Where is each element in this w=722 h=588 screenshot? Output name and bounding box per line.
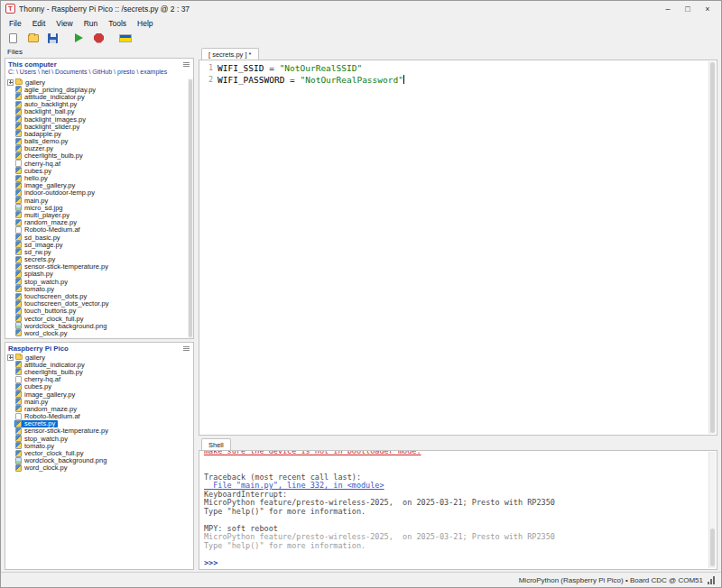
file-icon: [15, 226, 22, 234]
run-script-button[interactable]: [71, 32, 87, 45]
save-file-icon: [48, 33, 58, 43]
open-file-icon: [28, 34, 39, 42]
shell-tab[interactable]: Shell: [201, 438, 231, 450]
python-file-icon: [15, 420, 22, 427]
support-ukraine-button[interactable]: [117, 32, 133, 45]
python-file-icon: [15, 390, 22, 398]
shell-line: [204, 550, 717, 559]
menu-run[interactable]: Run: [79, 18, 104, 29]
shell-line: [204, 456, 717, 465]
file-name: word_clock.py: [24, 464, 68, 472]
menu-edit[interactable]: Edit: [27, 18, 51, 29]
python-file-icon: [15, 256, 22, 263]
python-file-icon: [15, 167, 22, 174]
file-row-body: word_clock.py: [14, 464, 70, 472]
minimize-button[interactable]: –: [659, 3, 677, 15]
this-computer-tree: galleryagile_pricing_display.pyattitude_…: [5, 78, 193, 338]
save-file-button[interactable]: [45, 32, 60, 45]
file-tree-item[interactable]: word_clock.py: [5, 464, 193, 472]
code-line[interactable]: 2WIFI_PASSWORD = "NotOurRealPassword": [199, 74, 717, 86]
toolbar: [1, 30, 721, 46]
editor-lines: 1WIFI_SSID = "NotOurRealSSID"2WIFI_PASSW…: [199, 62, 717, 86]
files-scrollbar[interactable]: [188, 78, 193, 338]
python-file-icon: [15, 308, 22, 315]
expander-icon[interactable]: [7, 354, 14, 361]
python-file-icon: [15, 197, 22, 204]
python-file-icon: [15, 293, 22, 300]
pico-pane: Raspberry Pi Pico galleryattitude_indica…: [5, 342, 194, 570]
open-file-button[interactable]: [25, 32, 41, 45]
python-file-icon: [15, 361, 22, 368]
python-file-icon: [15, 182, 22, 189]
editor-tab-secrets[interactable]: [ secrets.py ] *: [201, 48, 259, 60]
editor-scrollbar[interactable]: [708, 61, 716, 434]
thonny-window: T Thonny - Raspberry Pi Pico :: /secrets…: [0, 0, 722, 588]
python-file-icon: [15, 450, 22, 457]
run-script-icon: [75, 33, 83, 42]
stop-restart-button[interactable]: [91, 32, 106, 45]
python-file-icon: [15, 442, 22, 449]
shell-line: >>>: [204, 559, 717, 568]
file-icon: [15, 413, 22, 420]
code-editor[interactable]: 1WIFI_SSID = "NotOurRealSSID"2WIFI_PASSW…: [199, 60, 717, 436]
python-file-icon: [15, 405, 22, 412]
this-computer-header: This computer: [8, 60, 57, 69]
code-line[interactable]: 1WIFI_SSID = "NotOurRealSSID": [199, 62, 717, 74]
menu-help[interactable]: Help: [132, 18, 158, 29]
shell-line: [204, 516, 717, 525]
shell-scrollbar[interactable]: [708, 452, 716, 568]
python-file-icon: [15, 93, 22, 100]
python-file-icon: [15, 189, 22, 197]
python-file-icon: [15, 152, 22, 160]
python-file-icon: [15, 285, 22, 292]
python-file-icon: [15, 315, 22, 322]
titlebar: T Thonny - Raspberry Pi Pico :: /secrets…: [1, 1, 721, 16]
maximize-button[interactable]: □: [679, 3, 697, 15]
python-file-icon: [15, 219, 22, 226]
editor-column: [ secrets.py ] * 1WIFI_SSID = "NotOurRea…: [199, 47, 717, 570]
backend-status[interactable]: MicroPython (Raspberry Pi Pico) • Board …: [519, 576, 703, 584]
files-panel: Files This computer C: \ Users \ hel \ D…: [5, 47, 194, 570]
this-computer-head: This computer: [5, 59, 193, 69]
file-row-body: word_clock.py: [14, 329, 70, 336]
python-file-icon: [15, 130, 22, 137]
python-file-icon: [15, 435, 22, 442]
python-file-icon: [15, 86, 22, 93]
statusbar: MicroPython (Raspberry Pi Pico) • Board …: [1, 572, 721, 587]
close-button[interactable]: ×: [699, 3, 717, 15]
file-tree-item[interactable]: word_clock.py: [5, 329, 193, 336]
new-file-button[interactable]: [5, 32, 21, 45]
text-cursor: [403, 75, 404, 84]
thonny-app-icon: T: [5, 4, 15, 14]
this-computer-pane: This computer C: \ Users \ hel \ Documen…: [5, 58, 194, 339]
editor-scrollbar-thumb[interactable]: [710, 62, 715, 433]
python-file-icon: [15, 241, 22, 248]
python-file-icon: [15, 234, 22, 241]
expander-icon[interactable]: [7, 79, 14, 86]
image-file-icon: [15, 204, 22, 211]
python-file-icon: [15, 101, 22, 108]
line-number: 1: [199, 62, 218, 74]
menu-file[interactable]: File: [4, 18, 27, 29]
python-file-icon: [15, 115, 22, 123]
new-file-icon: [9, 33, 17, 43]
python-file-icon: [15, 263, 22, 271]
current-path[interactable]: C: \ Users \ hel \ Documents \ GitHub \ …: [5, 69, 193, 78]
panel-menu-icon[interactable]: [183, 62, 190, 67]
files-scrollbar-thumb[interactable]: [189, 79, 192, 337]
python-file-icon: [15, 398, 22, 405]
shell-lines: make sure the device is not in bootloade…: [204, 450, 717, 567]
window-title: Thonny - Raspberry Pi Pico :: /secrets.p…: [19, 5, 655, 14]
shell-scrollbar-thumb[interactable]: [710, 528, 715, 566]
python-file-icon: [15, 271, 22, 278]
menubar: FileEditViewRunToolsHelp: [1, 16, 721, 30]
folder-icon: [15, 354, 23, 360]
menu-tools[interactable]: Tools: [103, 18, 132, 29]
panel-menu-icon[interactable]: [183, 346, 190, 351]
shell-panel: Shell make sure the device is not in boo…: [199, 438, 717, 570]
shell-tabbar: Shell: [199, 438, 717, 450]
shell-output[interactable]: make sure the device is not in bootloade…: [199, 450, 717, 570]
file-name: word_clock.py: [24, 329, 68, 337]
menu-view[interactable]: View: [51, 18, 78, 29]
python-file-icon: [15, 368, 22, 375]
